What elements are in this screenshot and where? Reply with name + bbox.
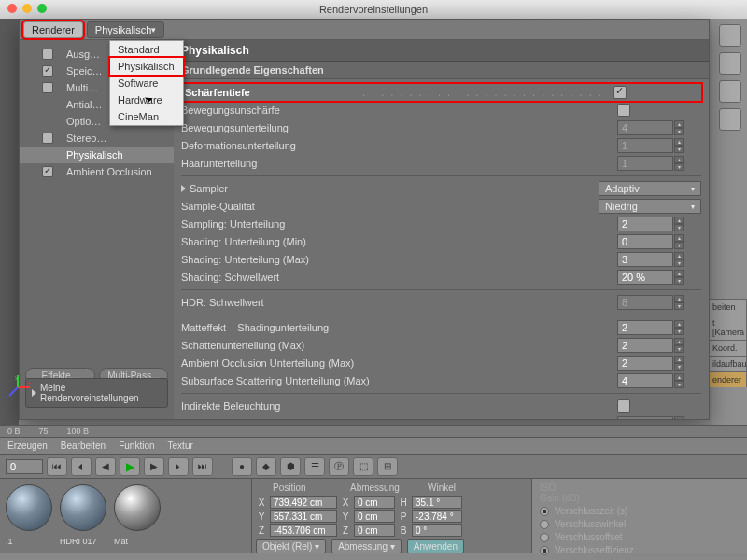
spinner[interactable]: ▴▾ [674, 217, 684, 231]
disclosure-icon[interactable] [181, 185, 186, 192]
render-settings-window: Renderer Physikalisch ▾ Standard Physika… [19, 19, 710, 420]
dimension-dropdown[interactable]: Abmessung ▾ [331, 539, 402, 553]
record-icon[interactable]: ● [232, 457, 252, 476]
checkbox[interactable] [42, 166, 53, 177]
app-left-gutter [0, 19, 19, 425]
renderer-menu-button[interactable]: Renderer [23, 21, 83, 38]
dim-y[interactable]: 0 cm [354, 510, 395, 523]
renderer-combo[interactable]: Physikalisch ▾ [87, 21, 165, 38]
sidebar-item: Stereo… [20, 130, 174, 147]
pos-y[interactable]: 557.331 cm [270, 510, 337, 523]
material-label: HDRI 017 [60, 537, 106, 546]
toolbar-icon[interactable]: ⊞ [377, 457, 398, 476]
svg-text:x: x [28, 381, 31, 386]
svg-text:y: y [15, 374, 18, 380]
traffic-lights[interactable] [7, 4, 47, 13]
toolbar-icon[interactable]: ⬚ [353, 457, 374, 476]
num-input: 4 [617, 120, 673, 135]
num-input[interactable]: 0 [617, 234, 673, 249]
sidebar-item-physical: Physikalisch [20, 147, 174, 163]
radio-shutter-eff[interactable]: Verschlusseffizienz [540, 545, 740, 555]
next-frame-icon[interactable]: ▶ [144, 457, 164, 476]
step-fwd-icon[interactable]: ⏵ [168, 457, 189, 476]
window-titlebar: Rendervoreinstellungen [0, 0, 747, 19]
num-input[interactable]: 4 [617, 373, 673, 388]
num-input: 8 [617, 295, 673, 310]
spinner: ▴▾ [674, 120, 684, 135]
tab[interactable]: Bearbeiten [61, 441, 106, 451]
play-icon[interactable]: ▶ [120, 457, 140, 476]
save-preset-row[interactable]: Meine Rendervoreinstellungen [25, 378, 168, 408]
gi-checkbox[interactable] [617, 399, 630, 413]
dof-checkbox[interactable] [613, 86, 627, 99]
tool-icon[interactable] [719, 24, 741, 47]
tab[interactable]: Erzeugen [7, 441, 48, 451]
pos-z[interactable]: -453.706 cm [270, 524, 337, 537]
tool-icon[interactable] [719, 80, 741, 103]
svg-text:z: z [6, 395, 8, 400]
material-preview[interactable] [114, 484, 161, 531]
dim-x[interactable]: 0 cm [354, 496, 395, 509]
radio-shutter-time[interactable]: Verschlusszeit (s) [540, 506, 740, 516]
dropdown-item-cineman[interactable]: CineMan [110, 108, 183, 125]
sampler-dropdown[interactable]: Adaptiv▾ [599, 181, 701, 196]
checkbox[interactable] [42, 82, 53, 93]
timeline-ruler[interactable]: 0 B75100 B [0, 425, 747, 438]
coordinates-panel: PositionAbmessungWinkel X739.492 cmX0 cm… [252, 479, 532, 553]
dropdown-item-software[interactable]: Software [110, 75, 183, 91]
radio-shutter-offset[interactable]: Verschlussoffset [540, 532, 740, 542]
goto-start-icon[interactable]: ⏮ [47, 457, 67, 476]
ang-p[interactable]: -23.784 ° [412, 510, 462, 523]
material-preview[interactable] [60, 484, 106, 531]
renderer-dropdown[interactable]: Standard Physikalisch Software Hardware … [109, 40, 184, 126]
num-input[interactable]: 2 [617, 338, 673, 353]
num-input: 1 [617, 138, 673, 153]
close-icon[interactable] [7, 4, 17, 13]
ang-b[interactable]: 0 ° [412, 524, 462, 537]
row-dof: Schärfentiefe . . . . . . . . . . . . . … [181, 84, 701, 101]
material-preview[interactable] [6, 484, 52, 531]
checkbox[interactable] [42, 133, 53, 144]
key-icon[interactable]: ◆ [256, 457, 276, 476]
sidebar-item-ao: Ambient Occlusion [20, 163, 174, 180]
tool-icon[interactable] [719, 52, 741, 75]
tool-icon[interactable] [719, 108, 741, 131]
tab[interactable]: Textur [168, 441, 193, 451]
properties-list: Schärfentiefe . . . . . . . . . . . . . … [174, 79, 709, 419]
apply-button[interactable]: Anwenden [407, 539, 464, 553]
frame-field[interactable]: 0 [6, 459, 43, 474]
tab[interactable]: Funktion [119, 441, 154, 451]
checkbox[interactable] [42, 65, 53, 77]
num-input: 1 [617, 416, 673, 419]
num-input[interactable]: 2 [617, 320, 673, 335]
num-input[interactable]: 20 % [617, 270, 673, 285]
num-input: 1 [617, 156, 673, 171]
zoom-icon[interactable] [37, 4, 47, 13]
num-input[interactable]: 2 [617, 217, 673, 231]
autokey-icon[interactable]: ⬢ [280, 457, 301, 476]
toolbar-icon[interactable]: ☰ [304, 457, 325, 476]
pos-x[interactable]: 739.492 cm [270, 496, 337, 509]
dim-z[interactable]: 0 cm [354, 524, 395, 537]
radio-shutter-angle[interactable]: Verschlusswinkel [540, 519, 740, 529]
num-input[interactable]: 2 [617, 356, 673, 371]
chevron-down-icon: ▾ [151, 25, 156, 35]
step-back-icon[interactable]: ⏴ [71, 457, 92, 476]
dropdown-item-standard[interactable]: Standard [110, 41, 183, 58]
minimize-icon[interactable] [22, 4, 32, 13]
panel-title: Physikalisch [174, 40, 709, 62]
material-label: .1 [6, 537, 52, 546]
prev-frame-icon[interactable]: ◀ [95, 457, 116, 476]
bg-right-tabs[interactable]: beiten t [Kamera Koord. ildaufbau endere… [708, 299, 747, 387]
checkbox[interactable] [42, 49, 53, 60]
quality-dropdown[interactable]: Niedrig▾ [599, 199, 701, 214]
num-input[interactable]: 3 [617, 252, 673, 267]
settings-main: Physikalisch Grundlegende Eigenschaften … [174, 40, 709, 419]
ang-h[interactable]: 35.1 ° [412, 496, 462, 509]
goto-end-icon[interactable]: ⏭ [192, 457, 213, 476]
object-mode-dropdown[interactable]: Objekt (Rel) ▾ [256, 539, 326, 553]
motionblur-checkbox[interactable] [617, 104, 630, 117]
toolbar-icon[interactable]: Ⓟ [329, 457, 349, 476]
dropdown-item-physical[interactable]: Physikalisch [110, 58, 183, 75]
window-title: Rendervoreinstellungen [319, 4, 428, 15]
